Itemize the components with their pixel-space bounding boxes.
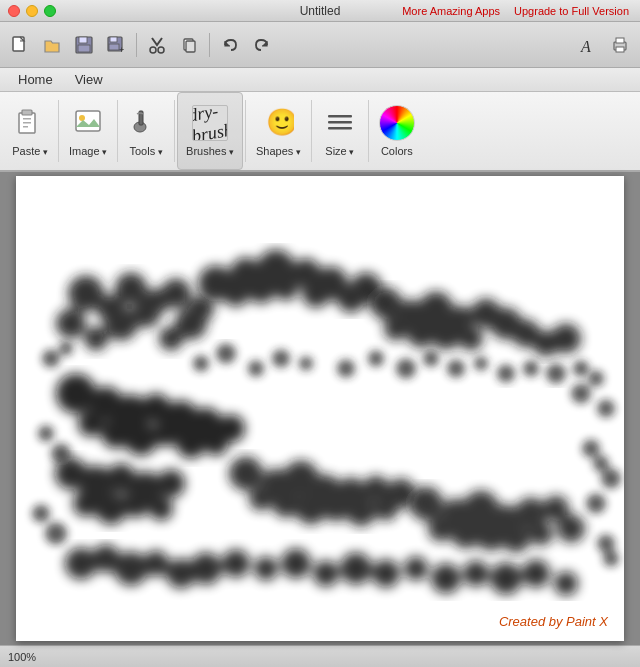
ribbon-size[interactable]: Size [314, 92, 366, 170]
svg-point-157 [586, 494, 606, 514]
toolbar-right-icons: A [574, 31, 634, 59]
size-icon [324, 105, 356, 141]
svg-point-64 [459, 327, 483, 351]
svg-point-111 [557, 515, 585, 543]
svg-point-61 [384, 317, 408, 341]
svg-point-155 [32, 505, 50, 523]
status-bar: 100% [0, 645, 640, 667]
menu-home[interactable]: Home [8, 70, 63, 89]
svg-point-82 [157, 470, 185, 498]
separator-1 [136, 33, 137, 57]
svg-rect-11 [186, 41, 195, 52]
copy-button[interactable] [175, 31, 203, 59]
svg-point-84 [95, 493, 127, 525]
svg-point-128 [522, 560, 550, 588]
ribbon-tools[interactable]: Tools [120, 92, 172, 170]
svg-point-147 [571, 384, 591, 404]
shapes-label: Shapes [256, 145, 301, 157]
paste-label: Paste [12, 145, 48, 157]
svg-rect-19 [23, 122, 31, 124]
svg-point-133 [272, 350, 290, 368]
open-file-button[interactable] [38, 31, 66, 59]
ribbon-shapes[interactable]: 🙂 Shapes [248, 92, 309, 170]
ribbon-sep-3 [174, 100, 175, 162]
svg-point-76 [176, 429, 206, 459]
brushes-icon: dry-brush [192, 105, 228, 141]
svg-point-153 [593, 456, 609, 472]
svg-point-152 [582, 440, 600, 458]
svg-point-94 [249, 487, 273, 511]
amazing-apps-button[interactable]: More Amazing Apps [399, 4, 503, 18]
svg-point-72 [78, 411, 104, 437]
svg-point-118 [222, 550, 250, 578]
svg-point-63 [430, 318, 462, 350]
svg-point-106 [428, 516, 454, 542]
cut-button[interactable] [143, 31, 171, 59]
ribbon-sep-6 [368, 100, 369, 162]
font-button[interactable]: A [574, 31, 602, 59]
svg-point-151 [51, 444, 71, 464]
svg-point-143 [546, 364, 566, 384]
save-as-button[interactable]: + [102, 31, 130, 59]
svg-point-86 [149, 497, 173, 521]
svg-point-139 [447, 360, 465, 378]
svg-rect-27 [328, 121, 352, 124]
image-icon [72, 105, 104, 141]
ribbon-brushes[interactable]: dry-brush Brushes [177, 92, 243, 170]
svg-point-83 [73, 491, 99, 517]
print-button[interactable] [606, 31, 634, 59]
svg-point-48 [223, 281, 249, 307]
paste-icon [14, 105, 46, 141]
redo-button[interactable] [248, 31, 276, 59]
svg-rect-28 [328, 127, 352, 130]
upgrade-button[interactable]: Upgrade to Full Version [511, 4, 632, 18]
tools-icon [130, 105, 162, 141]
paint-artwork [16, 176, 624, 641]
svg-point-22 [79, 115, 85, 121]
minimize-button[interactable] [26, 5, 38, 17]
canvas-wrapper[interactable]: Created by Paint X [16, 176, 624, 641]
svg-point-132 [248, 361, 264, 377]
svg-rect-3 [78, 45, 90, 52]
canvas-content[interactable]: Created by Paint X [16, 176, 624, 641]
ribbon-sep-2 [117, 100, 118, 162]
ribbon-colors[interactable]: Colors [371, 92, 423, 170]
maximize-button[interactable] [44, 5, 56, 17]
svg-point-134 [299, 357, 313, 371]
svg-point-114 [114, 552, 148, 586]
watermark: Created by Paint X [499, 614, 608, 629]
svg-point-110 [529, 522, 553, 546]
svg-point-119 [254, 557, 278, 581]
svg-point-137 [396, 359, 416, 379]
ribbon-image[interactable]: Image [61, 92, 115, 170]
svg-point-146 [59, 342, 73, 356]
svg-point-109 [502, 525, 530, 553]
svg-point-130 [193, 356, 209, 372]
undo-button[interactable] [216, 31, 244, 59]
close-button[interactable] [8, 5, 20, 17]
zoom-level: 100% [8, 651, 36, 663]
svg-point-125 [431, 564, 461, 594]
window-controls[interactable] [8, 5, 56, 17]
svg-point-33 [56, 309, 86, 339]
ribbon-sep-5 [311, 100, 312, 162]
svg-point-150 [38, 426, 54, 442]
svg-point-96 [295, 493, 327, 525]
svg-rect-21 [76, 111, 100, 131]
svg-text:+: + [119, 45, 124, 55]
title-bar-actions: More Amazing Apps Upgrade to Full Versio… [399, 4, 632, 18]
svg-point-49 [246, 274, 276, 304]
svg-text:A: A [580, 38, 591, 55]
ribbon-paste[interactable]: Paste [4, 92, 56, 170]
svg-point-144 [573, 361, 589, 377]
menu-view[interactable]: View [65, 70, 113, 89]
svg-rect-17 [22, 110, 32, 115]
svg-point-136 [368, 351, 384, 367]
svg-point-123 [372, 560, 400, 588]
svg-point-135 [337, 360, 355, 378]
svg-point-140 [474, 357, 488, 371]
new-file-button[interactable] [6, 31, 34, 59]
save-button[interactable] [70, 31, 98, 59]
svg-point-87 [229, 457, 263, 491]
svg-point-142 [523, 361, 539, 377]
